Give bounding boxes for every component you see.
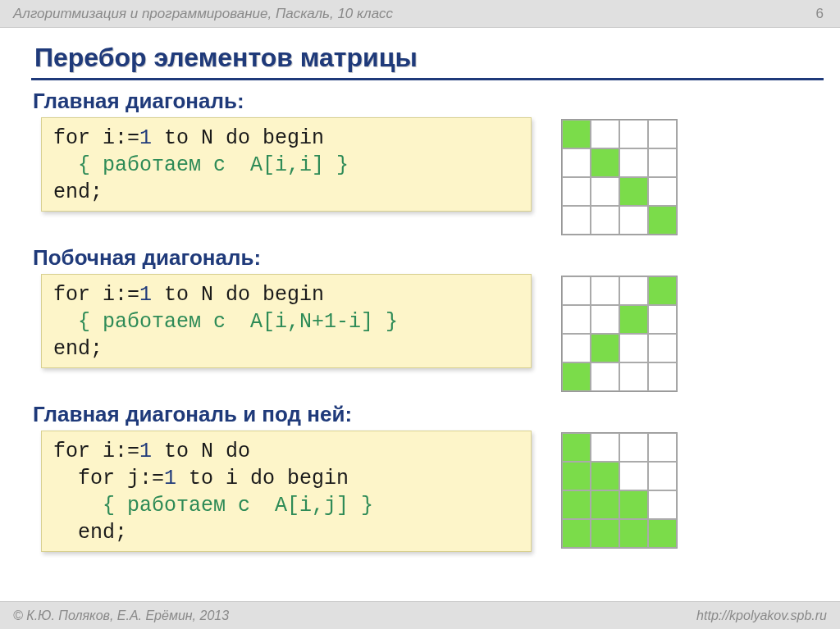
matrix-cell [648, 177, 677, 206]
matrix-cell [619, 206, 648, 235]
code-block: for i:=1 to N do for j:=1 to i do begin … [41, 431, 532, 552]
matrix-cell [591, 519, 619, 548]
matrix-cell [619, 276, 648, 305]
code-number: 1 [164, 467, 176, 490]
code-text: for i:= [53, 283, 139, 307]
matrix-cell [591, 334, 619, 362]
matrix-cell [591, 148, 619, 177]
code-line: end; [53, 519, 519, 546]
code-text: for j:= [53, 467, 164, 490]
code-line: end; [53, 179, 519, 206]
footer-bar: © К.Ю. Поляков, Е.А. Ерёмин, 2013 http:/… [0, 601, 840, 629]
matrix-cell [619, 519, 648, 548]
matrix-cell [562, 120, 591, 148]
matrix-cell [648, 433, 677, 462]
code-text: to N do begin [152, 126, 324, 150]
page-number: 6 [816, 6, 824, 22]
matrix-cell [562, 305, 591, 334]
matrix-cell [591, 433, 619, 462]
code-line: for i:=1 to N do [53, 438, 519, 465]
matrix-cell [591, 362, 619, 391]
section-label: Главная диагональ: [33, 89, 807, 114]
code-text: to N do [152, 440, 250, 463]
slide-title: Перебор элементов матрицы [0, 28, 840, 78]
matrix-cell [619, 490, 648, 519]
code-comment: { работаем с A[i,j] } [53, 492, 519, 519]
code-line: for j:=1 to i do begin [53, 465, 519, 492]
code-text: to N do begin [152, 283, 324, 307]
code-number: 1 [139, 126, 152, 150]
matrix-cell [619, 148, 648, 177]
matrix-cell [562, 177, 591, 206]
matrix-cell [591, 462, 619, 490]
footer-url: http://kpolyakov.spb.ru [696, 608, 827, 623]
matrix-anti-diagonal [561, 276, 678, 392]
matrix-cell [619, 177, 648, 206]
matrix-cell [591, 490, 619, 519]
matrix-cell [648, 490, 677, 519]
matrix-cell [562, 276, 591, 305]
section-label: Побочная диагональ: [33, 245, 807, 271]
section-label: Главная диагональ и под ней: [33, 402, 807, 427]
matrix-cell [648, 148, 677, 177]
matrix-cell [562, 433, 591, 462]
matrix-cell [648, 519, 677, 548]
matrix-cell [619, 334, 648, 362]
code-text: to i do begin [176, 467, 349, 490]
matrix-cell [619, 433, 648, 462]
matrix-cell [648, 362, 677, 391]
code-comment: { работаем с A[i,N+1-i] } [53, 308, 519, 335]
header-subject: Алгоритмизация и программирование, Паска… [13, 6, 393, 22]
matrix-cell [562, 462, 591, 490]
section-row: for i:=1 to N do begin { работаем с A[i,… [33, 274, 807, 392]
header-bar: Алгоритмизация и программирование, Паска… [0, 0, 840, 28]
code-line: for i:=1 to N do begin [53, 125, 519, 152]
matrix-cell [591, 206, 619, 235]
matrix-main-diagonal [561, 119, 678, 235]
footer-copyright: © К.Ю. Поляков, Е.А. Ерёмин, 2013 [13, 608, 229, 623]
matrix-cell [562, 519, 591, 548]
code-block: for i:=1 to N do begin { работаем с A[i,… [41, 117, 532, 212]
code-text: for i:= [53, 126, 139, 150]
matrix-cell [648, 462, 677, 490]
matrix-cell [562, 490, 591, 519]
matrix-cell [648, 206, 677, 235]
content: Главная диагональ: for i:=1 to N do begi… [0, 89, 840, 552]
matrix-cell [648, 120, 677, 148]
matrix-cell [591, 276, 619, 305]
matrix-cell [648, 305, 677, 334]
code-comment: { работаем с A[i,i] } [53, 152, 519, 179]
matrix-cell [619, 462, 648, 490]
section-row: for i:=1 to N do for j:=1 to i do begin … [33, 431, 807, 552]
matrix-cell [619, 120, 648, 148]
section-lower-triangle: Главная диагональ и под ней: for i:=1 to… [33, 402, 807, 552]
matrix-cell [562, 148, 591, 177]
section-main-diagonal: Главная диагональ: for i:=1 to N do begi… [33, 89, 807, 235]
matrix-cell [562, 334, 591, 362]
section-anti-diagonal: Побочная диагональ: for i:=1 to N do beg… [33, 245, 807, 392]
matrix-cell [591, 305, 619, 334]
matrix-cell [619, 305, 648, 334]
code-line: for i:=1 to N do begin [53, 281, 519, 308]
section-row: for i:=1 to N do begin { работаем с A[i,… [33, 117, 807, 235]
matrix-cell [562, 206, 591, 235]
matrix-cell [619, 362, 648, 391]
code-line: end; [53, 335, 519, 362]
code-text: for i:= [53, 440, 139, 463]
matrix-lower-triangle [561, 432, 678, 549]
matrix-cell [648, 334, 677, 362]
matrix-cell [591, 177, 619, 206]
matrix-cell [591, 120, 619, 148]
code-number: 1 [139, 440, 152, 463]
title-underline [31, 78, 824, 80]
matrix-cell [562, 362, 591, 391]
code-number: 1 [139, 283, 152, 307]
matrix-cell [648, 276, 677, 305]
code-block: for i:=1 to N do begin { работаем с A[i,… [41, 274, 532, 368]
